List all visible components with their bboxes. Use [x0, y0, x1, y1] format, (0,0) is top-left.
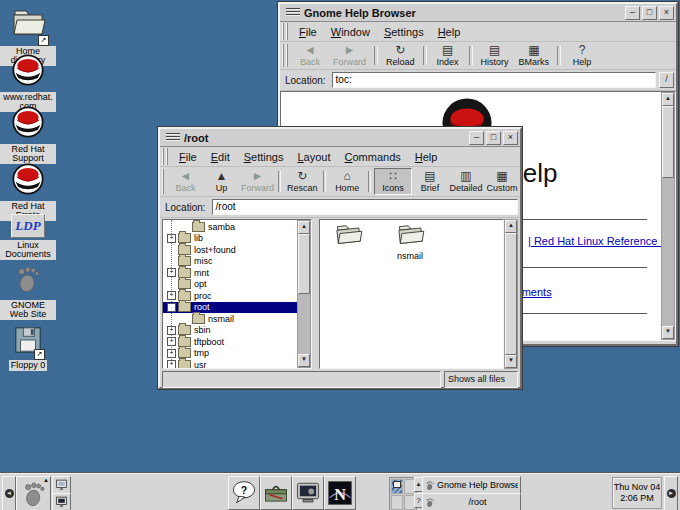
folder-icon: [178, 337, 191, 347]
expand-toggle[interactable]: +: [167, 337, 176, 346]
help-vertical-scrollbar[interactable]: ▲ ▼: [661, 92, 675, 340]
up-button[interactable]: ▲ Up: [203, 168, 239, 195]
workspace-3[interactable]: [391, 495, 403, 510]
pane-splitter[interactable]: [312, 219, 319, 369]
menu-help[interactable]: Help: [431, 24, 468, 40]
panel-hide-left-button[interactable]: ◄: [2, 476, 16, 510]
file-label: nsmail: [384, 251, 436, 261]
menu-layout[interactable]: Layout: [290, 149, 337, 165]
location-input[interactable]: /root: [212, 199, 518, 215]
file-item-nsmail[interactable]: nsmail: [384, 222, 436, 261]
desktop-icon-red-hat-support[interactable]: Red Hat Support: [0, 106, 56, 164]
drag-handle[interactable]: [282, 44, 290, 67]
desktop-icon-floppy-0[interactable]: ↗ Floppy 0: [0, 326, 56, 371]
reload-button[interactable]: ↻ Reload: [381, 43, 420, 68]
tree-vertical-scrollbar[interactable]: ▲ ▼: [297, 220, 311, 368]
location-entry-button[interactable]: /: [659, 72, 674, 88]
brief-view-button[interactable]: ▤ Brief: [412, 168, 448, 195]
location-input[interactable]: toc:: [332, 72, 656, 88]
history-button[interactable]: ▤ History: [476, 43, 514, 68]
back-button[interactable]: ◄ Back: [167, 168, 203, 195]
close-button[interactable]: ×: [659, 6, 674, 20]
menu-settings[interactable]: Settings: [377, 24, 431, 40]
workspace-1-active[interactable]: [391, 479, 403, 494]
folder-icon: [178, 348, 191, 358]
minimize-button[interactable]: –: [625, 6, 640, 20]
file-manager-window[interactable]: /root – □ × File Edit Settings Layout Co…: [158, 127, 522, 389]
help-button[interactable]: ? Help: [564, 43, 600, 68]
terminal-launcher-button[interactable]: [292, 476, 324, 510]
menu-file[interactable]: File: [172, 149, 204, 165]
custom-view-button[interactable]: ▦ Custom: [484, 168, 520, 195]
maximize-button[interactable]: □: [486, 131, 501, 145]
pane-vertical-scrollbar[interactable]: ▲ ▼: [504, 219, 518, 369]
tree-item-root-selected[interactable]: -root: [163, 302, 297, 314]
desktop-icon-gnome-web-site[interactable]: GNOME Web Site: [0, 264, 56, 320]
desktop-icon-linux-documents[interactable]: LDP Linux Documents: [0, 214, 56, 260]
detailed-view-button[interactable]: ▥ Detailed: [448, 168, 484, 195]
screen-applet-button-2[interactable]: [52, 493, 71, 510]
menu-window[interactable]: Window: [324, 24, 377, 40]
scroll-up-icon[interactable]: ▲: [298, 221, 310, 234]
maximize-button[interactable]: □: [642, 6, 657, 20]
expand-toggle[interactable]: +: [167, 291, 176, 300]
icons-view-button[interactable]: ∷ Icons: [374, 168, 412, 195]
close-button[interactable]: ×: [503, 131, 518, 145]
expand-toggle[interactable]: +: [167, 326, 176, 335]
menu-edit[interactable]: Edit: [204, 149, 237, 165]
desktop-icon-red-hat-errata[interactable]: Red Hat Errata: [0, 163, 56, 221]
netscape-launcher-button[interactable]: N: [324, 476, 356, 510]
gmc-titlebar[interactable]: /root – □ ×: [160, 129, 520, 147]
scroll-down-icon[interactable]: ▼: [662, 326, 674, 339]
desk-guide-pager[interactable]: [389, 477, 417, 510]
up-icon: ▲: [215, 170, 227, 183]
window-menu-icon[interactable]: [286, 8, 300, 17]
screen-applet-button-1[interactable]: [52, 476, 71, 494]
help-launcher-button[interactable]: ?: [228, 476, 260, 510]
file-item[interactable]: [322, 222, 374, 251]
forward-button[interactable]: ► Forward: [328, 43, 371, 68]
bmarks-button[interactable]: ▦ BMarks: [514, 43, 555, 68]
menu-file[interactable]: File: [292, 24, 324, 40]
task-button-root[interactable]: /root: [422, 493, 521, 510]
toolbox-launcher-button[interactable]: [260, 476, 292, 510]
rescan-button[interactable]: ↻ Rescan: [284, 168, 320, 195]
expand-toggle[interactable]: +: [167, 349, 176, 358]
scroll-up-icon[interactable]: ▲: [505, 220, 517, 233]
tree-item-usr[interactable]: +usr: [163, 359, 297, 368]
main-menu-button[interactable]: ▲: [16, 476, 51, 510]
window-menu-icon[interactable]: [166, 133, 180, 142]
home-button[interactable]: ⌂ Home: [329, 168, 365, 195]
scroll-down-icon[interactable]: ▼: [505, 355, 517, 368]
expand-toggle[interactable]: +: [167, 360, 176, 368]
drag-handle[interactable]: [162, 148, 170, 165]
drag-handle[interactable]: [282, 23, 290, 40]
back-button[interactable]: ◄ Back: [292, 43, 328, 68]
menu-commands[interactable]: Commands: [338, 149, 408, 165]
scrollbar-thumb[interactable]: [662, 106, 674, 178]
help-titlebar[interactable]: Gnome Help Browser – □ ×: [280, 4, 676, 22]
monitor-dark-icon: [55, 496, 68, 508]
desktop-icon-www-redhat-com[interactable]: www.redhat.com: [0, 54, 56, 112]
task-button-help-browser[interactable]: Gnome Help Browser: [422, 476, 521, 494]
minimize-button[interactable]: –: [469, 131, 484, 145]
reference-guide-link[interactable]: | Red Hat Linux Reference Guide: [528, 235, 661, 247]
scroll-down-icon[interactable]: ▼: [298, 354, 310, 367]
ldp-logo-icon: LDP: [11, 214, 45, 238]
collapse-toggle[interactable]: -: [167, 303, 176, 312]
scrollbar-thumb[interactable]: [298, 234, 310, 294]
index-button[interactable]: ▤ Index: [430, 43, 466, 68]
file-icon-pane[interactable]: nsmail: [319, 219, 504, 369]
menu-help[interactable]: Help: [408, 149, 445, 165]
drag-handle[interactable]: [162, 169, 165, 194]
panel-hide-right-button[interactable]: ►: [664, 476, 678, 510]
expand-toggle[interactable]: +: [167, 268, 176, 277]
clock-applet[interactable]: Thu Nov 04 2:06 PM: [612, 477, 662, 509]
menu-settings[interactable]: Settings: [237, 149, 291, 165]
folder-icon: [178, 325, 191, 335]
scroll-up-icon[interactable]: ▲: [662, 93, 674, 106]
expand-toggle[interactable]: +: [167, 234, 176, 243]
back-icon: ◄: [304, 44, 316, 57]
forward-button[interactable]: ► Forward: [239, 168, 275, 195]
scrollbar-thumb[interactable]: [505, 233, 517, 355]
